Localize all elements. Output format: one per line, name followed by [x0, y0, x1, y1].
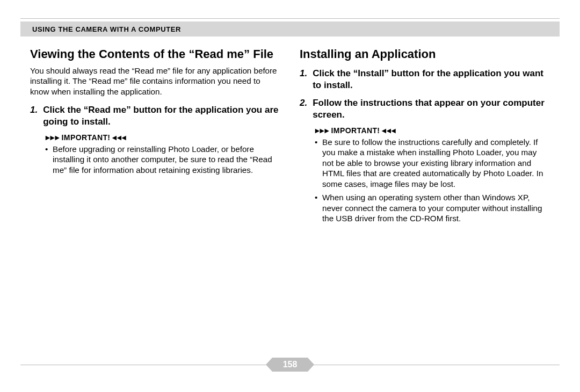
step-text: Click the “Read me” button for the appli… [43, 104, 280, 128]
step-number: 1. [300, 68, 307, 91]
important-heading: ►►► IMPORTANT! ►►► [314, 126, 550, 135]
bullet-item: Before upgrading or reinstalling Photo L… [45, 144, 280, 175]
page-number-badge: 158 [272, 358, 308, 372]
section-header-title: Using the Camera with a Computer [20, 25, 181, 33]
right-important-bullets: Be sure to follow the instructions caref… [314, 137, 550, 224]
section-header-bar: Using the Camera with a Computer [20, 21, 560, 37]
left-heading: Viewing the Contents of the “Read me” Fi… [30, 47, 280, 61]
right-heading: Installing an Application [300, 47, 550, 61]
manual-page: Using the Camera with a Computer Viewing… [0, 0, 580, 392]
important-heading: ►►► IMPORTANT! ►►► [44, 133, 280, 142]
step-text: Click the “Install” button for the appli… [313, 68, 550, 91]
arrows-left-icon: ►►► [113, 134, 128, 141]
left-important-block: ►►► IMPORTANT! ►►► Before upgrading or r… [44, 133, 280, 175]
arrows-right-icon: ►►► [44, 134, 59, 141]
right-step-2: 2. Follow the instructions that appear o… [300, 97, 550, 121]
arrows-right-icon: ►►► [314, 127, 328, 134]
left-column: Viewing the Contents of the “Read me” Fi… [30, 44, 280, 357]
step-text: Follow the instructions that appear on y… [313, 97, 550, 121]
important-label-text: IMPORTANT! [62, 133, 111, 142]
left-step-1: 1. Click the “Read me” button for the ap… [30, 104, 280, 128]
bullet-item: When using an operating system other tha… [315, 192, 550, 223]
arrows-left-icon: ►►► [383, 127, 397, 134]
page-number: 158 [283, 360, 298, 369]
top-rule [20, 18, 560, 19]
left-intro-paragraph: You should always read the “Read me” fil… [30, 66, 280, 97]
bullet-item: Be sure to follow the instructions caref… [315, 137, 550, 189]
right-step-1: 1. Click the “Install” button for the ap… [300, 68, 550, 91]
two-column-layout: Viewing the Contents of the “Read me” Fi… [30, 44, 550, 357]
left-important-bullets: Before upgrading or reinstalling Photo L… [44, 144, 280, 175]
step-number: 2. [300, 97, 307, 121]
important-label-text: IMPORTANT! [331, 126, 380, 135]
right-important-block: ►►► IMPORTANT! ►►► Be sure to follow the… [314, 126, 550, 224]
step-number: 1. [30, 104, 38, 128]
right-column: Installing an Application 1. Click the “… [300, 44, 550, 357]
